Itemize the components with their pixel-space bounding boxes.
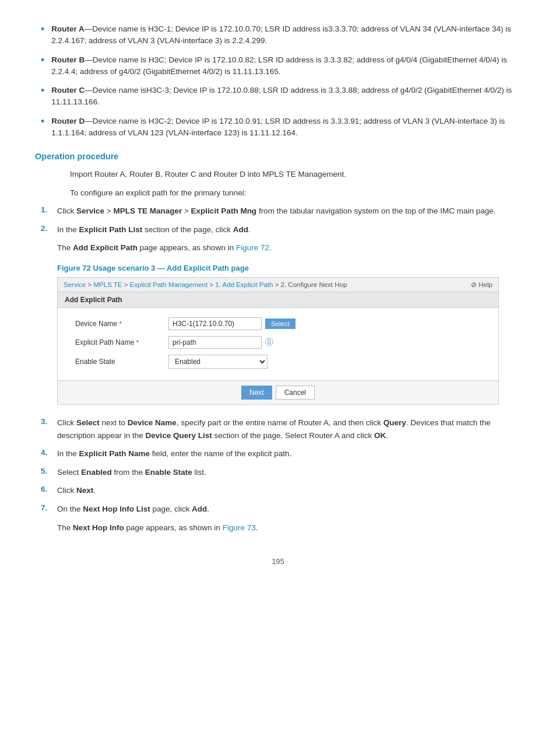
step-1-text: Click Service > MPLS TE Manager > Explic…	[57, 205, 496, 218]
fig-nav-mplste[interactable]: MPLS TE	[93, 281, 122, 288]
step-3-text: Click Select next to Device Name, specif…	[57, 416, 521, 442]
router-d-text: Router D—Device name is H3C-2; Device IP…	[51, 116, 521, 139]
steps-list-2: 3. Click Select next to Device Name, spe…	[35, 416, 521, 516]
intro-para-2: To configure an explicit path for the pr…	[70, 187, 521, 200]
bullet-list: • Router A—Device name is H3C-1; Device …	[35, 23, 521, 139]
fig-nav-explicit[interactable]: Explicit Path Management	[130, 281, 208, 288]
fig-input-path-name: ⓪	[168, 336, 273, 349]
fig-label-enable-state: Enable State	[75, 358, 168, 366]
fig-footer: Next Cancel	[58, 380, 498, 404]
step-6: 6. Click Next.	[35, 484, 521, 497]
step-6-num: 6.	[41, 484, 57, 494]
bullet-dot-d: •	[41, 116, 44, 128]
fig-nav-text: Service > MPLS TE > Explicit Path Manage…	[64, 281, 347, 288]
step-1: 1. Click Service > MPLS TE Manager > Exp…	[35, 205, 521, 218]
router-b-label: Router B	[51, 55, 85, 64]
fig-row-device-name: Device Name * Select	[75, 317, 481, 330]
step-4-num: 4.	[41, 447, 57, 457]
router-c-text: Router C—Device name isH3C-3; Device IP …	[51, 85, 521, 108]
enable-state-select[interactable]: Enabled Disabled	[168, 355, 268, 369]
fig-help-link[interactable]: ⊘ Help	[471, 281, 492, 289]
select-button[interactable]: Select	[265, 318, 295, 329]
step-7-num: 7.	[41, 503, 57, 512]
bullet-dot: •	[41, 23, 44, 36]
fig-nav-add[interactable]: 1. Add Explicit Path	[215, 281, 273, 288]
step-7-text: On the Next Hop Info List page, click Ad…	[57, 503, 209, 516]
fig-label-path-name: Explicit Path Name *	[75, 338, 168, 346]
figure-72-link[interactable]: Figure 72	[236, 243, 269, 252]
fig-row-path-name: Explicit Path Name * ⓪	[75, 336, 481, 349]
next-button[interactable]: Next	[241, 386, 272, 400]
step-4: 4. In the Explicit Path Name field, ente…	[35, 447, 521, 460]
fig-nav-current: 2. Configure Next Hop	[281, 281, 347, 288]
router-a-text: Router A—Device name is H3C-1; Device IP…	[51, 23, 521, 47]
fig-input-device-name: Select	[168, 317, 295, 330]
fig-nav-service[interactable]: Service	[64, 281, 86, 288]
router-d-label: Router D	[51, 117, 85, 125]
section-heading: Operation procedure	[35, 152, 521, 161]
step-7: 7. On the Next Hop Info List page, click…	[35, 503, 521, 516]
page-number: 195	[35, 557, 521, 566]
list-item-router-d: • Router D—Device name is H3C-2; Device …	[35, 116, 521, 139]
list-item-router-a: • Router A—Device name is H3C-1; Device …	[35, 23, 521, 47]
router-b-text: Router B—Device name is H3C; Device IP i…	[51, 54, 521, 78]
required-marker-2: *	[136, 339, 139, 346]
step-2-num: 2.	[41, 223, 57, 233]
fig-section-title: Add Explicit Path	[58, 292, 498, 308]
step-3: 3. Click Select next to Device Name, spe…	[35, 416, 521, 442]
bullet-dot-b: •	[41, 54, 44, 67]
help-icon-path[interactable]: ⓪	[265, 337, 273, 348]
intro-para-1: Import Router A, Router B, Router C and …	[70, 168, 521, 181]
step-6-text: Click Next.	[57, 484, 96, 497]
fig-form-body: Device Name * Select Explicit Path Name …	[58, 308, 498, 380]
step-5-num: 5.	[41, 466, 57, 475]
cancel-button[interactable]: Cancel	[276, 386, 315, 400]
fig-label-device-name: Device Name *	[75, 320, 168, 328]
step-2: 2. In the Explicit Path List section of …	[35, 223, 521, 236]
figure-72-label: Figure 72 Usage scenario 3 — Add Explici…	[57, 264, 521, 272]
step-1-num: 1.	[41, 205, 57, 214]
question-icon: ⊘	[471, 281, 477, 288]
device-name-input[interactable]	[168, 317, 262, 330]
figure-72-box: Service > MPLS TE > Explicit Path Manage…	[57, 277, 499, 405]
step-2-sub: The Add Explicit Path page appears, as s…	[57, 242, 521, 254]
fig-input-enable-state: Enabled Disabled	[168, 355, 268, 369]
bullet-dot-c: •	[41, 85, 44, 97]
steps-list-1: 1. Click Service > MPLS TE Manager > Exp…	[35, 205, 521, 236]
explicit-path-name-input[interactable]	[168, 336, 262, 349]
list-item-router-b: • Router B—Device name is H3C; Device IP…	[35, 54, 521, 78]
required-marker-1: *	[119, 320, 121, 327]
fig-row-enable-state: Enable State Enabled Disabled	[75, 355, 481, 369]
step-2-text: In the Explicit Path List section of the…	[57, 223, 251, 236]
step-3-num: 3.	[41, 416, 57, 426]
step-4-text: In the Explicit Path Name field, enter t…	[57, 447, 291, 460]
list-item-router-c: • Router C—Device name isH3C-3; Device I…	[35, 85, 521, 108]
step-7-sub: The Next Hop Info page appears, as shown…	[57, 522, 521, 534]
step-5-text: Select Enabled from the Enable State lis…	[57, 466, 206, 479]
router-a-label: Router A	[51, 24, 85, 33]
figure-73-link[interactable]: Figure 73	[223, 523, 256, 532]
step-5: 5. Select Enabled from the Enable State …	[35, 466, 521, 479]
figure-nav-bar: Service > MPLS TE > Explicit Path Manage…	[58, 278, 498, 292]
router-c-label: Router C	[51, 86, 85, 94]
